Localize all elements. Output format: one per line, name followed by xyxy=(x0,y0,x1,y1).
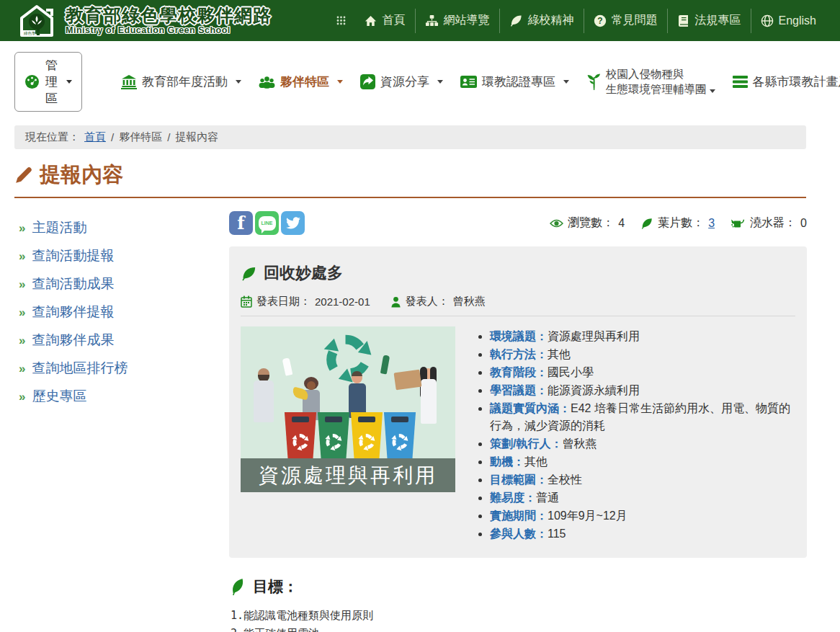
top-nav-sitemap[interactable]: 網站導覽 xyxy=(415,9,499,33)
menu-county-plans[interactable]: 各縣市環教計畫及成果 xyxy=(733,74,840,90)
recycling-bin-green xyxy=(317,412,350,458)
double-chevron-icon xyxy=(19,277,25,292)
sidebar-item-history-area[interactable]: 歷史專區 xyxy=(19,387,229,406)
article-stats: 瀏覽數：4 葉片數：3 xyxy=(550,215,807,231)
sidebar-item-query-region-ranking[interactable]: 查詢地區排行榜 xyxy=(19,359,229,378)
recycle-symbol-icon xyxy=(321,331,375,384)
double-chevron-icon xyxy=(19,334,25,348)
leaf-icon xyxy=(241,265,257,282)
sidebar-item-theme-activities[interactable]: 主題活動 xyxy=(19,218,229,237)
publish-date: 發表日期：2021-02-01 xyxy=(241,295,370,308)
bank-icon xyxy=(121,75,137,89)
top-nav-faq[interactable]: ? 常見問題 xyxy=(584,9,667,33)
illustration-box xyxy=(394,370,422,391)
breadcrumb-current: 提報內容 xyxy=(175,130,218,144)
leaf-count-link[interactable]: 3 xyxy=(708,217,715,230)
top-nav-english[interactable]: English xyxy=(751,9,826,33)
article-title: 回收妙處多 xyxy=(241,258,795,285)
title-underline xyxy=(14,197,806,198)
double-chevron-icon xyxy=(19,249,25,264)
breadcrumb-prefix: 現在位置： xyxy=(25,130,79,144)
id-card-icon xyxy=(460,75,477,89)
sidebar-item-query-activity-reports[interactable]: 查詢活動提報 xyxy=(19,246,229,265)
illustration-bottle xyxy=(282,357,293,376)
goal-item: 1.能認識電池種類與使用原則 xyxy=(231,607,807,625)
top-nav-spirit[interactable]: 綠校精神 xyxy=(499,9,584,33)
detail-row: 目標範圍：全校性 xyxy=(490,471,795,489)
detail-row: 策劃/執行人：曾秋燕 xyxy=(490,435,795,453)
chevron-down-icon xyxy=(66,80,72,84)
share-icon xyxy=(360,74,375,89)
menu-invasive-species[interactable]: 校園入侵物種與 生態環境管理輔導團 xyxy=(586,67,715,97)
sidebar-item-query-partner-reports[interactable]: 查詢夥伴提報 xyxy=(19,303,229,321)
article-image: 資源處理與再利用 xyxy=(241,326,455,492)
site-header: 綠色學校 教育部綠色學校夥伴網路 Ministry of Education G… xyxy=(0,0,840,41)
image-caption: 資源處理與再利用 xyxy=(241,458,455,492)
svg-text:?: ? xyxy=(597,16,602,26)
detail-row: 議題實質內涵：E42 培養日常生活節約用水、用電、物質的行為，減少資源的消耗 xyxy=(490,400,795,435)
twitter-icon xyxy=(285,217,301,230)
breadcrumb-separator: / xyxy=(111,131,114,143)
chevron-down-icon xyxy=(337,80,343,84)
recycling-bin-blue xyxy=(383,412,416,458)
watering-can-icon xyxy=(730,216,746,230)
leaf-icon xyxy=(640,217,653,230)
sitemap-icon xyxy=(425,14,439,27)
menu-resource-share[interactable]: 資源分享 xyxy=(360,74,443,90)
water-count: 澆水器：0 xyxy=(730,215,807,231)
detail-row: 難易度：普通 xyxy=(490,489,795,507)
facebook-share-button[interactable]: f xyxy=(229,211,253,235)
breadcrumb-home-link[interactable]: 首頁 xyxy=(84,130,106,144)
site-title: 教育部綠色學校夥伴網路 xyxy=(66,6,272,25)
sidebar-item-query-activity-results[interactable]: 查詢活動成果 xyxy=(19,275,229,293)
eye-icon xyxy=(550,218,563,228)
goal-item: 2.能正確使用電池 xyxy=(231,625,807,632)
list-icon xyxy=(733,75,748,89)
site-logo[interactable]: 綠色學校 教育部綠色學校夥伴網路 Ministry of Education G… xyxy=(14,4,272,37)
book-icon xyxy=(677,14,690,27)
line-share-button[interactable]: LINE xyxy=(255,211,279,235)
person-icon xyxy=(390,296,401,308)
top-nav-home[interactable]: 首頁 xyxy=(354,9,415,33)
site-subtitle: Ministry of Education Green School xyxy=(66,25,272,35)
admin-area-button[interactable]: 管理區 xyxy=(14,52,82,112)
detail-row: 實施期間：109年9月~12月 xyxy=(490,507,795,525)
double-chevron-icon xyxy=(19,221,25,236)
leaf-count: 葉片數：3 xyxy=(640,215,715,231)
double-chevron-icon xyxy=(19,362,25,376)
sidebar-item-query-partner-results[interactable]: 查詢夥伴成果 xyxy=(19,331,229,350)
twitter-share-button[interactable] xyxy=(281,211,305,235)
breadcrumb-section: 夥伴特區 xyxy=(119,130,162,144)
double-chevron-icon xyxy=(19,306,25,320)
divider xyxy=(241,316,795,316)
users-icon xyxy=(259,75,275,89)
pencil-icon xyxy=(14,166,33,184)
calendar-icon xyxy=(241,295,252,308)
leaf-icon xyxy=(229,578,246,595)
menu-enviro-certification[interactable]: 環教認證專區 xyxy=(460,74,569,90)
facebook-icon: f xyxy=(237,213,244,233)
gauge-icon xyxy=(24,74,40,89)
goals-list: 1.能認識電池種類與使用原則 2.能正確使用電池 3.能認識各種標章 4.能減少… xyxy=(231,607,807,632)
detail-row: 執行方法：其他 xyxy=(490,346,795,363)
leaf-icon xyxy=(509,14,523,27)
goals-heading: 目標： xyxy=(229,577,807,597)
article-meta: 發表日期：2021-02-01 發表人：曾秋燕 xyxy=(241,295,795,308)
goals-section: 目標： 1.能認識電池種類與使用原則 2.能正確使用電池 3.能認識各種標章 4… xyxy=(229,577,807,632)
menu-partner-area[interactable]: 夥伴特區 xyxy=(259,74,343,90)
detail-row: 教育階段：國民小學 xyxy=(490,364,795,381)
grid-dots-icon[interactable] xyxy=(336,16,346,25)
main-menubar: 管理區 教育部年度活動 夥伴特區 xyxy=(0,41,840,121)
menu-annual-activities[interactable]: 教育部年度活動 xyxy=(121,74,241,90)
top-nav-regulations[interactable]: 法規專區 xyxy=(667,9,751,33)
chevron-down-icon xyxy=(236,80,241,84)
sidebar: 主題活動 查詢活動提報 查詢活動成果 查詢夥伴提報 查詢夥伴成果 查詢地區排行榜… xyxy=(14,211,229,632)
detail-row: 學習議題：能源資源永續利用 xyxy=(490,382,795,399)
detail-row: 動機：其他 xyxy=(490,453,795,471)
question-icon: ? xyxy=(594,14,607,27)
report-detail-panel: 回收妙處多 發表日期：2021-02-01 xyxy=(229,246,807,558)
illustration-bottle xyxy=(380,355,390,374)
double-chevron-icon xyxy=(19,390,25,404)
chevron-down-icon xyxy=(563,80,569,84)
page-title: 提報內容 xyxy=(14,161,826,190)
